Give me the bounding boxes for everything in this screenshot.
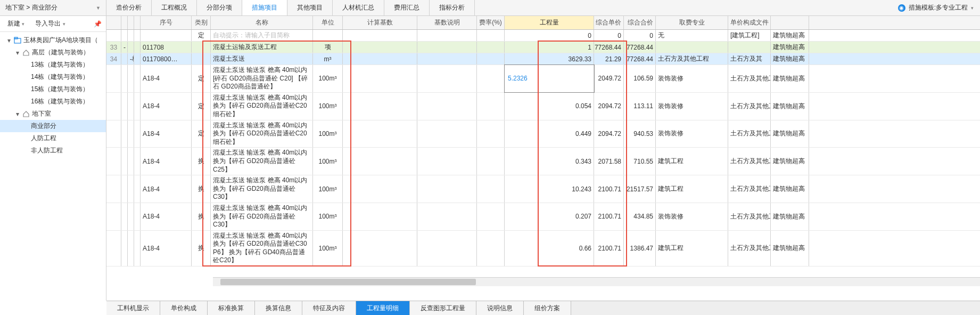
main-tabs: 造价分析工程概况分部分项措施项目其他项目人材机汇总费用汇总指标分析 (106, 0, 892, 15)
table-row[interactable]: A18-4换混凝土泵送 输送泵 檐高 40m以内 换为【碎石 GD20商品普通砼… (106, 148, 980, 175)
table-row[interactable]: 33-011708混凝土运输及泵送工程项177268.4477268.44建筑物… (106, 42, 980, 53)
tree-item[interactable]: 16栋（建筑与装饰） (0, 95, 106, 108)
detail-tab-6[interactable]: 反查图形工程量 (410, 301, 476, 315)
detail-tab-1[interactable]: 单价构成 (160, 301, 208, 315)
tab-5[interactable]: 人材机汇总 (333, 0, 384, 15)
breadcrumb: 地下室 > 商业部分 ▼ (0, 0, 106, 15)
tree-item[interactable]: 非人防工程 (0, 144, 106, 157)
tree-item[interactable]: 14栋（建筑与装饰） (0, 71, 106, 83)
tree-item[interactable]: 人防工程 (0, 132, 106, 144)
tree-item[interactable]: 15栋（建筑与装饰） (0, 83, 106, 95)
detail-tab-4[interactable]: 特征及内容 (302, 301, 356, 315)
detail-tabs: 工料机显示单价构成标准换算换算信息特征及内容工程量明细反查图形工程量说明信息组价… (106, 301, 980, 315)
tab-1[interactable]: 工程概况 (152, 0, 197, 15)
grid-header: 序号 类别 名称 单位 计算基数 基数说明 费率(%) 工程量 综合单价 综合合… (106, 16, 980, 30)
tab-2[interactable]: 分部分项 (197, 0, 242, 15)
table-row[interactable]: A18-4定混凝土泵送 输送泵 檐高 40m以内 换为【碎石 GD20商品普通砼… (106, 93, 980, 120)
table-row[interactable]: 34- 桂01170800…混凝土泵送m³3629.3321.2977268.4… (106, 53, 980, 65)
tab-6[interactable]: 费用汇总 (384, 0, 430, 15)
detail-tab-0[interactable]: 工料机显示 (106, 301, 160, 315)
table-row[interactable]: A18-4定混凝土泵送 输送泵 檐高 40m以内 换为【碎石 GD20商品普通砼… (106, 120, 980, 148)
detail-tab-8[interactable]: 组价方案 (524, 301, 571, 315)
home-icon (22, 49, 30, 56)
table-row[interactable]: A18-4换混凝土泵送 输送泵 檐高 40m以内 换为【碎石 GD20商品普通砼… (106, 203, 980, 231)
table-row[interactable]: A18-4换混凝土泵送 输送泵 檐高 40m以内 换为【碎石 GD20商品普通砼… (106, 175, 980, 203)
table-row[interactable]: A18-4定混凝土泵送 输送泵 檐高 40m以内 [碎石 GD20商品普通砼 C… (106, 65, 980, 93)
horizontal-scrollbar[interactable] (213, 277, 980, 286)
detail-tab-5[interactable]: 工程量明细 (356, 301, 410, 315)
tree-item[interactable]: ▾高层（建筑与装饰） (0, 46, 106, 59)
tab-3[interactable]: 措施项目 (242, 0, 287, 15)
tree-item[interactable]: 商业部分 (0, 120, 106, 132)
new-button[interactable]: 新建 ▾ (4, 18, 28, 29)
detail-tab-7[interactable]: 说明信息 (476, 301, 524, 315)
pin-icon[interactable]: 📌 (94, 20, 102, 28)
project-tree: ▾ 玉林奥园广场A地块项目（ ▾高层（建筑与装饰）13栋（建筑与装饰）14栋（建… (0, 32, 106, 301)
tree-item[interactable]: ▾地下室 (0, 108, 106, 120)
home-icon (22, 110, 30, 118)
detail-tab-2[interactable]: 标准换算 (208, 301, 255, 315)
qty-input[interactable]: 5.2326 (505, 65, 594, 92)
tab-7[interactable]: 指标分析 (430, 0, 475, 15)
import-export-button[interactable]: 导入导出 ▾ (32, 18, 68, 29)
tree-root[interactable]: ▾ 玉林奥园广场A地块项目（ (0, 34, 106, 46)
folder-icon (14, 37, 21, 44)
tree-item[interactable]: 13栋（建筑与装饰） (0, 59, 106, 71)
tab-0[interactable]: 造价分析 (106, 0, 152, 15)
placeholder-row[interactable]: 定 自动提示：请输入子目简称 0 0 0 无 [建筑工程] 建筑物超高 (106, 30, 980, 42)
template-icon: ◉ (898, 4, 905, 12)
table-row[interactable]: A18-4换混凝土泵送 输送泵 檐高 40m以内 换为【碎石 GD20商品普通砼… (106, 231, 980, 266)
template-indicator[interactable]: ◉ 措施模板:多专业工程 ▾ (892, 3, 980, 12)
tab-4[interactable]: 其他项目 (287, 0, 333, 15)
detail-tab-3[interactable]: 换算信息 (255, 301, 302, 315)
